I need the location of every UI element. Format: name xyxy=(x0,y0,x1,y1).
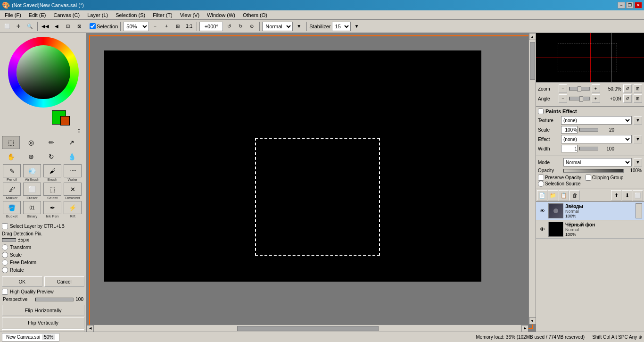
scroll-right-arrow[interactable]: ▶ xyxy=(521,325,528,332)
deselect-tool[interactable]: ✕ Deselect xyxy=(63,183,83,200)
canvas-area[interactable]: ▲ ▼ ◀ ▶ xyxy=(87,33,536,332)
mode-select-layer[interactable]: Normal xyxy=(563,158,632,167)
move-up-btn[interactable]: ⬆ xyxy=(611,190,621,200)
menu-filter[interactable]: Filter (T) xyxy=(149,11,176,19)
hq-preview-checkbox[interactable] xyxy=(2,289,8,295)
duplicate-layer-btn[interactable]: 📋 xyxy=(559,190,569,200)
toolbar-select-btn[interactable]: ⬜ xyxy=(2,21,12,32)
hq-preview-label[interactable]: High Quality Preview xyxy=(2,288,84,296)
background-swatch[interactable] xyxy=(60,116,70,125)
menu-edit[interactable]: Edit (E) xyxy=(25,11,50,19)
layer-more-btn[interactable]: ⬜ xyxy=(633,190,643,200)
flip-h-button[interactable]: Flip Horizontally xyxy=(2,305,84,316)
menu-canvas[interactable]: Canvas (C) xyxy=(50,11,84,19)
zoom-reset-btn[interactable]: ↺ xyxy=(623,84,632,93)
texture-expand[interactable]: ▼ xyxy=(634,116,642,125)
menu-others[interactable]: Others (O) xyxy=(239,11,271,19)
free-deform-radio[interactable] xyxy=(2,259,8,266)
transform-radio[interactable] xyxy=(2,244,8,250)
clipping-group-row[interactable]: Clipping Group xyxy=(585,175,624,181)
paints-effect-checkbox[interactable] xyxy=(538,108,544,114)
opacity-slider[interactable] xyxy=(563,169,624,173)
canvas-content[interactable] xyxy=(89,35,533,329)
color-wheel-container[interactable] xyxy=(8,37,79,108)
zoom-plus-btn[interactable]: + xyxy=(592,84,600,93)
width-slider[interactable] xyxy=(579,147,598,150)
mode-info-btn[interactable]: ▼ xyxy=(294,21,304,32)
vscroll-track[interactable] xyxy=(529,40,536,317)
toolbar-magic[interactable]: ⊠ xyxy=(74,21,84,32)
preserve-opacity-checkbox[interactable] xyxy=(538,175,544,181)
selection-checkbox[interactable] xyxy=(90,23,96,29)
hscroll-thumb[interactable] xyxy=(237,326,379,331)
layer-eye-1[interactable]: 👁 xyxy=(538,225,546,234)
swap-colors-icon[interactable]: ↕ xyxy=(77,126,81,134)
rot-cw-btn[interactable]: ↻ xyxy=(235,21,246,32)
zoom-in-btn[interactable]: + xyxy=(161,21,172,32)
scroll-up-arrow[interactable]: ▲ xyxy=(529,33,536,40)
menu-selection[interactable]: Selection (S) xyxy=(112,11,149,19)
close-button[interactable]: ✕ xyxy=(635,2,642,8)
tool-select[interactable]: ⬚ xyxy=(2,136,20,149)
rotate-radio[interactable] xyxy=(2,267,8,273)
eraser-tool[interactable]: ⬜ Eraser xyxy=(22,183,42,200)
transform-radio-row[interactable]: Transform xyxy=(2,244,84,250)
tool-eyedrop[interactable]: 💧 xyxy=(63,150,81,163)
ok-button[interactable]: OK xyxy=(2,276,42,287)
cancel-button[interactable]: Cancel xyxy=(44,276,85,287)
menu-file[interactable]: File (F) xyxy=(1,11,25,19)
canvas-tab[interactable]: New Canvas.sai 50% xyxy=(2,333,59,342)
hscroll-track[interactable] xyxy=(94,324,521,332)
airbrush-tool[interactable]: 💨 AirBrush xyxy=(22,164,42,182)
effect-expand[interactable]: ▼ xyxy=(634,135,642,143)
scale-radio-row[interactable]: Scale xyxy=(2,252,84,258)
perspective-slider[interactable] xyxy=(35,298,74,301)
menu-layer[interactable]: Layer (L) xyxy=(83,11,112,19)
stabilizer-expand[interactable]: ▼ xyxy=(352,21,362,32)
tool-arrow[interactable]: ↗ xyxy=(63,136,81,149)
toolbar-zoom-btn[interactable]: 🔍 xyxy=(25,21,35,32)
water-tool[interactable]: 〰 Water xyxy=(63,164,83,182)
flip-v-button[interactable]: Flip Vertically xyxy=(2,317,84,328)
horizontal-scrollbar[interactable]: ◀ ▶ xyxy=(87,325,528,332)
angle-plus-btn[interactable]: + xyxy=(592,94,600,103)
scale-radio[interactable] xyxy=(2,252,8,258)
rift-tool[interactable]: ⚡ Rift xyxy=(63,201,83,218)
rotate-ccw-button[interactable]: Rotate 90° CCW xyxy=(2,329,84,332)
layer-eye-0[interactable]: 👁 xyxy=(538,207,546,215)
restore-button[interactable]: ❐ xyxy=(626,2,634,8)
tool-zoom[interactable]: ⊕ xyxy=(22,150,40,163)
tool-pen[interactable]: ✏ xyxy=(42,136,60,149)
vertical-scrollbar[interactable]: ▲ ▼ xyxy=(528,33,536,325)
toolbar-nav2[interactable]: ◀ xyxy=(51,21,62,32)
zoom-100-btn[interactable]: 1:1 xyxy=(184,21,194,32)
brush-tool[interactable]: 🖌 Brush xyxy=(42,164,62,182)
select-layer-checkbox[interactable] xyxy=(2,223,8,229)
new-folder-btn[interactable]: 📁 xyxy=(548,190,558,200)
effect-select[interactable]: (none) xyxy=(561,135,632,143)
free-deform-radio-row[interactable]: Free Deform xyxy=(2,259,84,266)
preserve-opacity-row[interactable]: Preserve Opacity xyxy=(538,175,581,181)
toolbar-nav1[interactable]: ◀◀ xyxy=(40,21,50,32)
selection-source-radio[interactable] xyxy=(538,181,544,187)
drag-slider[interactable] xyxy=(2,238,16,242)
scale-input[interactable] xyxy=(561,126,578,133)
delete-layer-btn[interactable]: 🗑 xyxy=(570,190,580,200)
select-tool[interactable]: ⬚ Select xyxy=(42,183,62,200)
selection-checkbox-label[interactable]: Selection xyxy=(90,23,118,29)
saturation-box[interactable] xyxy=(17,45,70,99)
zoom-select[interactable]: 50% 100% 25% xyxy=(123,22,149,31)
texture-select[interactable]: (none) xyxy=(561,116,632,125)
layer-item-1[interactable]: 👁 Чёрный фон Normal 100% xyxy=(536,220,644,239)
clipping-group-checkbox[interactable] xyxy=(585,175,591,181)
menu-window[interactable]: Window (W) xyxy=(203,11,239,19)
mode-select[interactable]: Normal xyxy=(262,22,293,31)
select-layer-label[interactable]: Select Layer by CTRL+LB xyxy=(2,222,84,230)
angle-minus-btn[interactable]: − xyxy=(559,94,567,103)
angle-flip-btn[interactable]: ⊞ xyxy=(634,94,642,103)
vscroll-thumb[interactable] xyxy=(530,42,535,80)
angle-slider[interactable] xyxy=(569,97,590,100)
inkpen-tool[interactable]: ✒ Ink Pen xyxy=(42,201,62,218)
tool-move[interactable]: ✋ xyxy=(2,150,20,163)
tool-lasso[interactable]: ◎ xyxy=(22,136,40,149)
